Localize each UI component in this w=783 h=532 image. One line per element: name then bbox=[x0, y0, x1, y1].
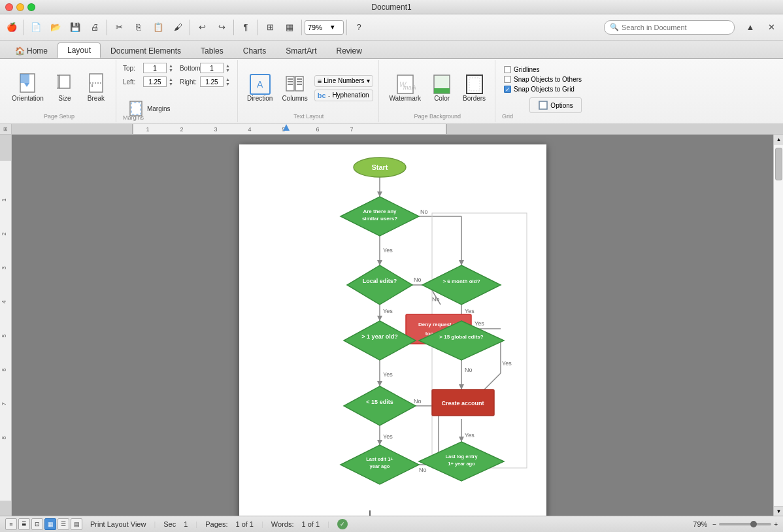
borders-label: Borders bbox=[463, 95, 486, 102]
side-ruler-svg: 1 2 3 4 5 6 7 8 bbox=[0, 135, 12, 516]
size-icon bbox=[54, 74, 75, 95]
gridlines-checkbox[interactable]: Gridlines bbox=[502, 65, 609, 74]
line-numbers-dropdown[interactable]: ▾ bbox=[367, 77, 370, 84]
zoom-slider-thumb[interactable] bbox=[750, 521, 757, 527]
view-btn-1[interactable]: ≡ bbox=[5, 518, 17, 530]
zoom-dropdown-icon[interactable]: ▾ bbox=[331, 23, 335, 31]
orientation-button[interactable]: Orientation bbox=[8, 72, 48, 104]
break-label: Break bbox=[88, 95, 105, 102]
svg-text:year ago: year ago bbox=[369, 463, 390, 469]
svg-text:Create account: Create account bbox=[441, 400, 484, 407]
view-btn-3[interactable]: ⊡ bbox=[31, 518, 43, 530]
right-up-arrow[interactable]: ▲ bbox=[225, 77, 232, 82]
right-margin-input[interactable] bbox=[200, 76, 224, 87]
left-down-arrow[interactable]: ▼ bbox=[169, 82, 175, 86]
bottom-spin[interactable]: ▲ ▼ bbox=[225, 63, 232, 73]
scroll-down-arrow[interactable]: ▼ bbox=[774, 506, 783, 516]
svg-text:Yes: Yes bbox=[383, 308, 393, 314]
size-button[interactable]: Size bbox=[50, 72, 79, 104]
columns-button[interactable]: Columns bbox=[278, 72, 311, 104]
snap-grid-checkbox-box[interactable]: ✓ bbox=[504, 86, 511, 93]
zoom-minus[interactable]: − bbox=[712, 521, 716, 528]
view-btn-2[interactable]: ≣ bbox=[18, 518, 30, 530]
main-toolbar: 🍎 📄 📂 💾 🖨 ✂ ⎘ 📋 🖌 ↩ ↪ ¶ ⊞ ▦ ▾ ? 🔍 ▲ ✕ bbox=[0, 14, 783, 41]
svg-marker-101 bbox=[347, 265, 412, 305]
zoom-slider-container[interactable]: − + bbox=[712, 521, 778, 528]
tab-smartart[interactable]: SmartArt bbox=[276, 42, 326, 58]
bottom-up-arrow[interactable]: ▲ bbox=[225, 63, 232, 68]
sep1 bbox=[24, 20, 24, 35]
save-icon[interactable]: 💾 bbox=[66, 18, 84, 37]
bottom-margin-input[interactable] bbox=[200, 63, 224, 73]
format-icon[interactable]: 🖌 bbox=[169, 18, 187, 37]
zoom-slider[interactable] bbox=[719, 523, 771, 525]
options-button[interactable]: Options bbox=[529, 97, 582, 113]
snap-objects-grid-checkbox[interactable]: ✓ Snap Objects to Grid bbox=[502, 85, 609, 93]
borders-button[interactable]: Borders bbox=[459, 72, 490, 104]
expand-icon[interactable]: ✕ bbox=[762, 18, 780, 37]
close-button[interactable] bbox=[5, 3, 13, 11]
tab-document-elements[interactable]: Document Elements bbox=[101, 42, 191, 58]
line-numbers-button[interactable]: ≡ Line Numbers ▾ bbox=[314, 75, 373, 87]
window-controls[interactable] bbox=[5, 3, 35, 11]
left-up-arrow[interactable]: ▲ bbox=[169, 77, 175, 82]
new-icon[interactable]: 🍎 bbox=[3, 18, 21, 37]
help-icon[interactable]: ? bbox=[350, 18, 368, 37]
undo-icon[interactable]: ↩ bbox=[193, 18, 211, 37]
maximize-button[interactable] bbox=[27, 3, 35, 11]
copy-icon[interactable]: ⎘ bbox=[129, 18, 148, 37]
paste-icon[interactable]: 📋 bbox=[149, 18, 167, 37]
view-btn-4[interactable]: ▦ bbox=[44, 518, 56, 530]
pages-icon[interactable]: ⊞ bbox=[261, 18, 279, 37]
new-doc-icon[interactable]: 📄 bbox=[27, 18, 45, 37]
section-num: 1 bbox=[184, 520, 188, 528]
watermark-button[interactable]: W mark Watermark bbox=[386, 72, 425, 104]
document-area[interactable]: Yes No Yes No Yes No Yes Yes No Yes No Y… bbox=[12, 135, 773, 516]
search-input[interactable] bbox=[622, 24, 726, 31]
top-spin[interactable]: ▲ ▼ bbox=[169, 63, 175, 73]
print-icon[interactable]: 🖨 bbox=[86, 18, 104, 37]
zoom-control[interactable]: ▾ bbox=[305, 20, 344, 35]
cut-icon[interactable]: ✂ bbox=[110, 18, 128, 37]
gridlines-checkbox-box[interactable] bbox=[504, 66, 511, 73]
columns-icon[interactable]: ▦ bbox=[280, 18, 299, 37]
snap-others-checkbox-box[interactable] bbox=[504, 76, 511, 83]
pilcrow-icon[interactable]: ¶ bbox=[237, 18, 255, 37]
right-down-arrow[interactable]: ▼ bbox=[225, 82, 232, 86]
snap-objects-others-checkbox[interactable]: Snap Objects to Others bbox=[502, 75, 609, 84]
zoom-input[interactable] bbox=[308, 24, 331, 31]
tab-tables[interactable]: Tables bbox=[191, 42, 233, 58]
bottom-down-arrow[interactable]: ▼ bbox=[225, 68, 232, 73]
break-button[interactable]: Break bbox=[82, 72, 110, 104]
redo-icon[interactable]: ↪ bbox=[212, 18, 231, 37]
top-down-arrow[interactable]: ▼ bbox=[169, 68, 175, 73]
zoom-plus[interactable]: + bbox=[774, 521, 778, 528]
svg-text:No: No bbox=[419, 467, 427, 473]
hyphenation-button[interactable]: bc- Hyphenation bbox=[314, 90, 373, 101]
tab-review[interactable]: Review bbox=[326, 42, 371, 58]
left-spin[interactable]: ▲ ▼ bbox=[169, 77, 175, 86]
scroll-thumb[interactable] bbox=[775, 148, 782, 180]
view-btn-5[interactable]: ☰ bbox=[58, 518, 69, 530]
view-btn-6[interactable]: ▤ bbox=[71, 518, 82, 530]
collapse-icon[interactable]: ▲ bbox=[741, 18, 759, 37]
svg-marker-95 bbox=[459, 437, 464, 442]
svg-text:7: 7 bbox=[1, 402, 7, 405]
ruler: 1 2 3 4 5 6 7 bbox=[12, 124, 783, 134]
svg-rect-9 bbox=[130, 101, 142, 116]
search-bar[interactable]: 🔍 bbox=[604, 20, 735, 35]
right-spin[interactable]: ▲ ▼ bbox=[225, 77, 232, 86]
scroll-up-arrow[interactable]: ▲ bbox=[774, 135, 783, 144]
vertical-scrollbar[interactable]: ▲ ▼ bbox=[773, 135, 783, 516]
top-margin-input[interactable] bbox=[143, 63, 167, 73]
top-up-arrow[interactable]: ▲ bbox=[169, 63, 175, 68]
svg-rect-17 bbox=[297, 81, 302, 82]
tab-layout[interactable]: Layout bbox=[58, 42, 101, 58]
tab-charts[interactable]: Charts bbox=[233, 42, 276, 58]
open-icon[interactable]: 📂 bbox=[46, 18, 65, 37]
tab-home[interactable]: 🏠 Home bbox=[5, 42, 58, 58]
color-button[interactable]: Color bbox=[427, 72, 456, 104]
left-margin-input[interactable] bbox=[143, 76, 167, 87]
minimize-button[interactable] bbox=[16, 3, 24, 11]
direction-button[interactable]: A Direction bbox=[244, 73, 275, 103]
